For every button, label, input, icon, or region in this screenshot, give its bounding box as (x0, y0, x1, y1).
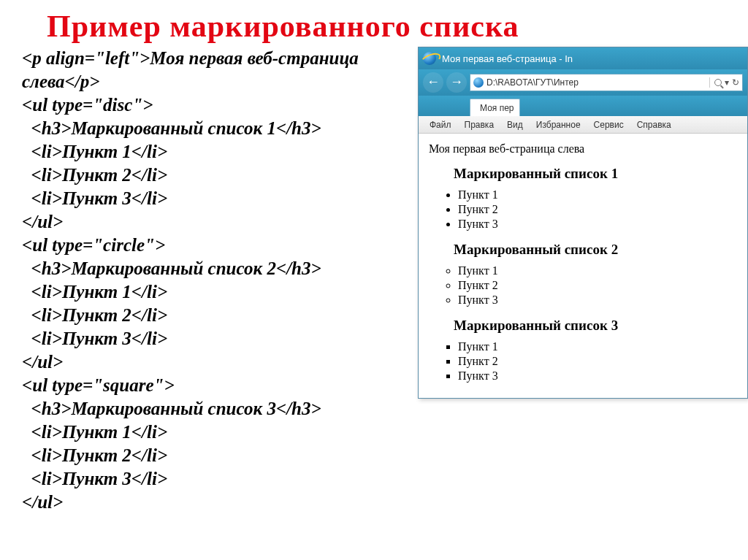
list-item: Пункт 2 (458, 354, 737, 369)
code-line: <li>Пункт 1</li> (22, 140, 416, 164)
tab-current[interactable]: Моя пер (470, 99, 520, 116)
menu-help[interactable]: Справка (630, 118, 678, 132)
code-line: <li>Пункт 3</li> (22, 187, 416, 210)
list-heading-2: Маркированный список 2 (454, 242, 737, 258)
tab-bar: Моя пер (419, 96, 747, 116)
window-titlebar: Моя первая веб-страница - In (419, 47, 747, 69)
tab-label: Моя пер (480, 103, 514, 113)
nav-toolbar: ← → D:\RABOTA\ГУТ\Интер ▾ ↻ (419, 69, 747, 96)
browser-window: Моя первая веб-страница - In ← → D:\RABO… (418, 47, 748, 399)
menu-file[interactable]: Файл (423, 118, 458, 132)
code-column: <p align="left">Моя первая веб-страница … (22, 47, 416, 514)
list-item: Пункт 3 (458, 369, 737, 383)
slide: Пример маркированного списка <p align="l… (0, 0, 748, 560)
menu-bar: Файл Правка Вид Избранное Сервис Справка (419, 116, 747, 134)
slide-content: <p align="left">Моя первая веб-страница … (22, 47, 735, 514)
code-line: <li>Пункт 2</li> (22, 304, 416, 327)
list-item: Пункт 1 (458, 340, 737, 354)
code-line: <li>Пункт 3</li> (22, 327, 416, 350)
code-line: </ul> (22, 350, 416, 374)
list-item: Пункт 2 (458, 202, 737, 217)
list-item: Пункт 2 (458, 278, 737, 293)
window-title: Моя первая веб-страница - In (442, 53, 573, 64)
code-line: </ul> (22, 210, 416, 234)
menu-favorites[interactable]: Избранное (530, 118, 587, 132)
search-box[interactable]: ▾ ↻ (709, 77, 739, 88)
search-dropdown-icon: ▾ (725, 77, 729, 88)
code-line: слева</p> (22, 70, 416, 93)
search-icon (714, 79, 722, 86)
code-line: <ul type="circle"> (22, 234, 416, 257)
page-icon (473, 77, 484, 88)
code-line: </ul> (22, 491, 416, 514)
list-item: Пункт 3 (458, 217, 737, 231)
code-line: <h3>Маркированный список 1</h3> (22, 117, 416, 140)
code-line: <ul type="square"> (22, 374, 416, 397)
code-line: <li>Пункт 2</li> (22, 164, 416, 187)
code-line: <li>Пункт 3</li> (22, 467, 416, 491)
list-item: Пункт 1 (458, 264, 737, 278)
list-item: Пункт 1 (458, 188, 737, 202)
menu-tools[interactable]: Сервис (587, 118, 630, 132)
back-button[interactable]: ← (423, 72, 443, 93)
menu-view[interactable]: Вид (500, 118, 530, 132)
rendered-page: Моя первая веб-страница слева Маркирован… (419, 134, 747, 398)
refresh-icon[interactable]: ↻ (732, 77, 739, 88)
code-line: <p align="left">Моя первая веб-страница (22, 47, 416, 70)
menu-edit[interactable]: Правка (458, 118, 501, 132)
address-text: D:\RABOTA\ГУТ\Интер (486, 77, 579, 88)
address-bar[interactable]: D:\RABOTA\ГУТ\Интер ▾ ↻ (470, 74, 743, 91)
code-line: <h3>Маркированный список 3</h3> (22, 397, 416, 421)
page-paragraph: Моя первая веб-страница слева (429, 142, 737, 156)
code-line: <li>Пункт 2</li> (22, 444, 416, 467)
slide-title: Пример маркированного списка (47, 9, 735, 44)
code-line: <li>Пункт 1</li> (22, 421, 416, 444)
bulleted-list-circle: Пункт 1 Пункт 2 Пункт 3 (433, 264, 737, 307)
list-heading-1: Маркированный список 1 (454, 166, 737, 182)
list-heading-3: Маркированный список 3 (454, 318, 737, 334)
browser-preview: Моя первая веб-страница - In ← → D:\RABO… (416, 47, 748, 399)
code-line: <li>Пункт 1</li> (22, 280, 416, 304)
ie-logo-icon (423, 52, 436, 65)
bulleted-list-disc: Пункт 1 Пункт 2 Пункт 3 (433, 188, 737, 231)
forward-button[interactable]: → (446, 72, 467, 93)
code-line: <h3>Маркированный список 2</h3> (22, 257, 416, 280)
bulleted-list-square: Пункт 1 Пункт 2 Пункт 3 (433, 340, 737, 383)
code-line: <ul type="disc"> (22, 93, 416, 117)
list-item: Пункт 3 (458, 293, 737, 307)
